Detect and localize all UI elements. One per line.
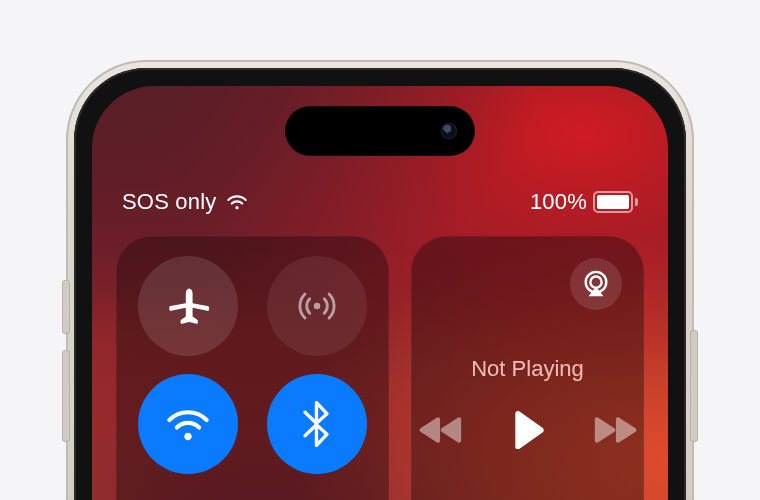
phone-body: SOS only 100%	[66, 60, 694, 500]
battery-percent: 100%	[530, 189, 587, 215]
play-icon	[511, 411, 545, 449]
airplay-icon	[581, 270, 611, 298]
airplane-mode-toggle[interactable]	[138, 256, 238, 356]
wifi-icon	[163, 404, 213, 444]
status-bar: SOS only 100%	[92, 189, 668, 215]
connectivity-tile[interactable]	[116, 236, 389, 500]
side-button-volume	[62, 350, 70, 442]
airplane-icon	[166, 284, 210, 328]
play-button[interactable]	[511, 411, 545, 453]
transport-controls	[411, 411, 644, 453]
now-playing-label: Not Playing	[411, 356, 644, 382]
media-tile[interactable]: Not Playing	[411, 236, 644, 500]
carrier-label: SOS only	[122, 189, 217, 215]
wifi-icon	[226, 194, 248, 210]
rewind-icon	[419, 416, 463, 444]
screenshot-frame: SOS only 100%	[0, 0, 760, 500]
rewind-button[interactable]	[419, 416, 463, 448]
dynamic-island	[285, 106, 475, 156]
cellular-icon	[294, 283, 340, 329]
svg-point-0	[314, 303, 321, 310]
wifi-toggle[interactable]	[138, 374, 238, 474]
airplay-button[interactable]	[570, 258, 622, 310]
side-button-power	[690, 330, 698, 442]
fast-forward-button[interactable]	[593, 416, 637, 448]
fastforward-icon	[593, 416, 637, 444]
status-right: 100%	[530, 189, 638, 215]
control-center: Not Playing	[116, 236, 644, 500]
phone-bezel: SOS only 100%	[74, 68, 686, 500]
phone-screen: SOS only 100%	[92, 86, 668, 500]
cellular-data-toggle[interactable]	[267, 256, 367, 356]
side-button-silence	[62, 280, 70, 334]
svg-point-2	[590, 277, 601, 288]
bluetooth-icon	[303, 401, 331, 447]
bluetooth-toggle[interactable]	[267, 374, 367, 474]
status-left: SOS only	[122, 189, 248, 215]
front-camera	[441, 123, 457, 139]
battery-icon	[593, 191, 638, 213]
